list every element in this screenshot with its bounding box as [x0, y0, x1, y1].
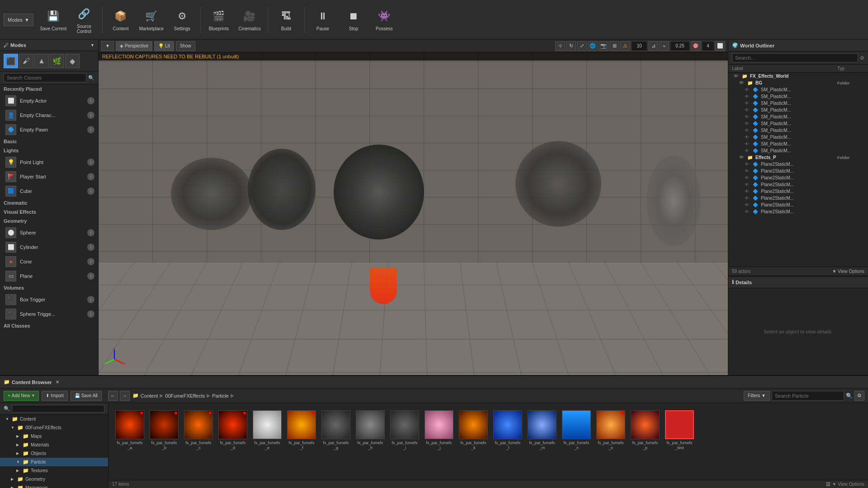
- modes-panel-dropdown[interactable]: ▼: [90, 43, 94, 47]
- section-visual-effects[interactable]: Visual Effects: [0, 207, 98, 216]
- settings-button[interactable]: ⚙ Settings: [167, 2, 198, 38]
- outliner-item[interactable]: 👁🔷SM_PlasticM...: [728, 141, 868, 147]
- folder-tree-item[interactable]: ▼📁00FumeFXEffects: [0, 423, 108, 432]
- mode-geometry-icon[interactable]: ◆: [65, 54, 80, 68]
- view-options-btn[interactable]: ▼ View Options: [832, 269, 864, 274]
- folder-expand-icon[interactable]: ▼: [11, 426, 15, 430]
- visibility-icon[interactable]: 👁: [745, 141, 751, 146]
- outliner-item[interactable]: 👁📁FX_Effects_World: [728, 73, 868, 80]
- outliner-col-label[interactable]: Label: [732, 66, 837, 71]
- asset-item[interactable]: fx_par_fumefx_j: [423, 408, 455, 452]
- asset-item[interactable]: fx_par_fumefx_e: [251, 408, 283, 452]
- asset-item[interactable]: fx_par_fumefx_o: [595, 408, 627, 452]
- folder-expand-icon[interactable]: ▼: [16, 460, 21, 464]
- build-button[interactable]: 🏗 Build: [271, 2, 302, 38]
- stop-button[interactable]: ⏹ Stop: [338, 2, 369, 38]
- section-lights[interactable]: Lights: [0, 146, 98, 155]
- outliner-item[interactable]: 👁🔷Plane2StaticM...: [728, 168, 868, 174]
- folder-expand-icon[interactable]: ▶: [16, 469, 21, 473]
- visibility-icon[interactable]: 👁: [745, 162, 751, 167]
- asset-item[interactable]: fx_par_fumefx_f: [286, 408, 317, 452]
- folder-expand-icon[interactable]: ▶: [11, 477, 15, 481]
- placed-item-sphere-trigger[interactable]: ⚫ Sphere Trigge... i: [0, 307, 98, 321]
- asset-item[interactable]: fx_par_fumefx_l: [492, 408, 524, 452]
- placed-item-cylinder[interactable]: ⬜ Cylinder i: [0, 240, 98, 254]
- placed-item-cone[interactable]: 🔺 Cone i: [0, 254, 98, 269]
- marketplace-button[interactable]: 🛒 Marketplace: [136, 2, 167, 38]
- outliner-search-input[interactable]: [732, 53, 858, 62]
- asset-item[interactable]: fx_par_fumefx_p: [629, 408, 661, 452]
- cb-breadcrumb-fumefx[interactable]: 00FumeFXEffects: [165, 393, 205, 399]
- outliner-item[interactable]: 👁🔷Plane2StaticM...: [728, 208, 868, 215]
- visibility-icon[interactable]: 👁: [745, 202, 751, 207]
- section-basic[interactable]: Basic: [0, 137, 98, 146]
- visibility-icon[interactable]: 👁: [745, 121, 751, 126]
- mode-landscape-icon[interactable]: ▲: [34, 54, 49, 68]
- outliner-item[interactable]: 👁📁BGFolder: [728, 80, 868, 86]
- pause-button[interactable]: ⏸ Pause: [307, 2, 338, 38]
- placed-item-point-light[interactable]: 💡 Point Light i: [0, 155, 98, 169]
- section-all-classes[interactable]: All Classes: [0, 321, 98, 330]
- visibility-icon[interactable]: 👁: [739, 80, 745, 85]
- folder-expand-icon[interactable]: ▼: [5, 417, 10, 421]
- placed-item-sphere[interactable]: ⚪ Sphere i: [0, 225, 98, 240]
- outliner-item[interactable]: 👁🔷SM_PlasticM...: [728, 113, 868, 120]
- asset-item[interactable]: fx_par_fumefx_b: [148, 408, 180, 452]
- folder-tree-item[interactable]: ▼📁Particle: [0, 458, 108, 466]
- sphere-trigger-info[interactable]: i: [87, 310, 94, 318]
- asset-item[interactable]: fx_par_fumefx_i: [389, 408, 420, 452]
- angle-snap-icon[interactable]: ⊿: [648, 41, 658, 51]
- outliner-item[interactable]: 👁🔷Plane2StaticM...: [728, 174, 868, 181]
- outliner-item[interactable]: 👁📁Effects_PFolder: [728, 154, 868, 161]
- folder-expand-icon[interactable]: ▶: [16, 443, 21, 447]
- mode-place-icon[interactable]: ⬛: [4, 54, 18, 68]
- asset-item[interactable]: fx_par_fumefx_a: [114, 408, 146, 452]
- asset-item[interactable]: fx_par_fumefx_m: [526, 408, 558, 452]
- save-all-button[interactable]: 💾 Save All: [71, 391, 102, 401]
- cb-search-input[interactable]: [772, 391, 844, 401]
- cube-info[interactable]: i: [87, 188, 94, 195]
- possess-button[interactable]: 👾 Possess: [369, 2, 400, 38]
- placed-item-cube[interactable]: 🟦 Cube i: [0, 184, 98, 198]
- blueprints-button[interactable]: 🎬 Blueprints: [203, 2, 234, 38]
- visibility-icon[interactable]: 👁: [745, 169, 751, 174]
- outliner-item[interactable]: 👁🔷Plane2StaticM...: [728, 188, 868, 195]
- viewport[interactable]: REFLECTION CAPTURES NEED TO BE REBUILT (…: [99, 52, 728, 375]
- add-new-button[interactable]: + Add New ▼: [4, 391, 39, 401]
- sphere-info[interactable]: i: [87, 229, 94, 236]
- cb-folders-search-input[interactable]: [12, 405, 104, 413]
- surface-snap-icon[interactable]: ≈: [659, 41, 669, 51]
- placed-item-empty-actor[interactable]: ⬜ Empty Actor i: [0, 94, 98, 108]
- section-volumes[interactable]: Volumes: [0, 283, 98, 292]
- empty-actor-info[interactable]: i: [87, 97, 94, 104]
- placed-item-empty-pawn[interactable]: 🔷 Empty Pawn i: [0, 122, 98, 137]
- cb-back-btn[interactable]: ←: [108, 391, 118, 401]
- asset-item[interactable]: fx_par_fumefx_n: [561, 408, 592, 452]
- plane-info[interactable]: i: [87, 272, 94, 280]
- cb-close-icon[interactable]: ✕: [56, 380, 59, 385]
- folder-tree-item[interactable]: ▼📁Content: [0, 415, 108, 423]
- translate-icon[interactable]: ⊹: [555, 41, 565, 51]
- visibility-icon[interactable]: 👁: [745, 87, 751, 92]
- outliner-item[interactable]: 👁🔷SM_PlasticM...: [728, 93, 868, 100]
- folder-tree-item[interactable]: ▶📁Mannequin: [0, 483, 108, 488]
- cb-filters-btn[interactable]: Filters ▼: [744, 391, 770, 401]
- asset-item[interactable]: fx_par_fumefx_c: [183, 408, 214, 452]
- camera-icon[interactable]: 📷: [599, 41, 609, 51]
- source-control-button[interactable]: 🔗 Source Control: [69, 2, 99, 38]
- scale-icon[interactable]: ⤢: [577, 41, 587, 51]
- maximize-icon[interactable]: ⬜: [715, 41, 725, 51]
- cam-speed-input[interactable]: [702, 41, 714, 51]
- cylinder-info[interactable]: i: [87, 244, 94, 251]
- visibility-icon[interactable]: 👁: [745, 189, 751, 194]
- point-light-info[interactable]: i: [87, 159, 94, 166]
- visibility-icon[interactable]: 👁: [745, 114, 751, 119]
- outliner-item[interactable]: 👁🔷Plane2StaticM...: [728, 202, 868, 208]
- perspective-btn[interactable]: ◈ Perspective: [116, 41, 152, 51]
- visibility-icon[interactable]: 👁: [745, 148, 751, 153]
- outliner-item[interactable]: 👁🔷SM_PlasticM...: [728, 120, 868, 127]
- visibility-icon[interactable]: 👁: [745, 175, 751, 180]
- visibility-icon[interactable]: 👁: [745, 182, 751, 187]
- outliner-item[interactable]: 👁🔷SM_PlasticM...: [728, 127, 868, 134]
- placed-item-player-start[interactable]: 🚩 Player Start i: [0, 169, 98, 184]
